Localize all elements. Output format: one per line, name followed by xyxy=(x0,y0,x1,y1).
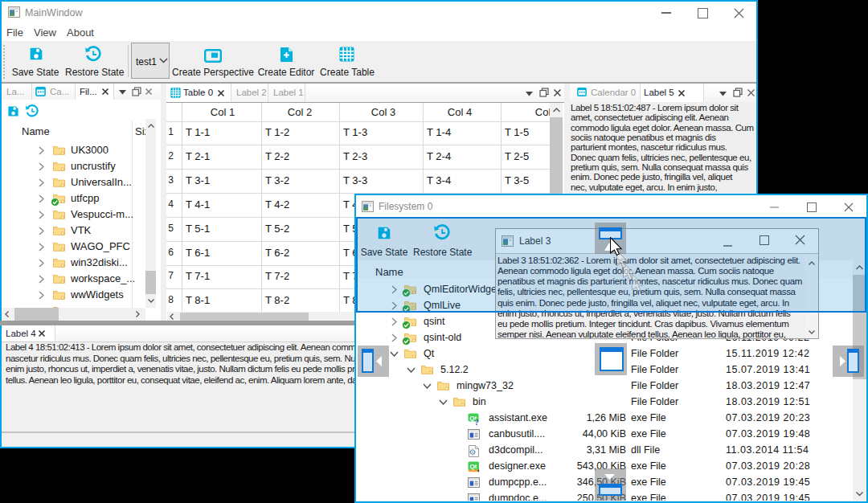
svg-text:Qt: Qt xyxy=(469,463,477,470)
svg-text:?: ? xyxy=(475,417,480,426)
